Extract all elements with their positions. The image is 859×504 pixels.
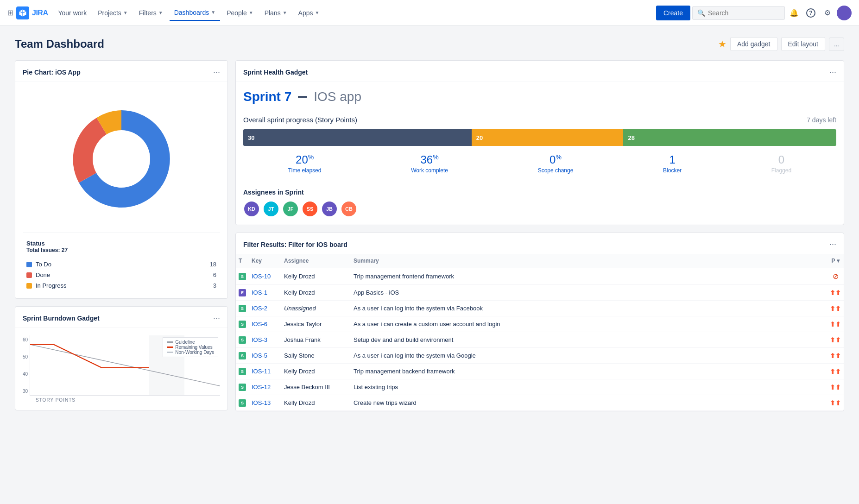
y-axis-label: STORY POINTS — [23, 397, 220, 403]
issue-key[interactable]: IOS-1 — [252, 289, 267, 296]
issue-type-story: S — [239, 352, 246, 359]
table-row[interactable]: S IOS-12 Jesse Beckom III List existing … — [236, 379, 844, 395]
brand-label: JIRA — [32, 9, 48, 17]
more-options-button[interactable]: ... — [829, 38, 844, 51]
highest-priority-icon: ⬆⬆ — [830, 399, 841, 407]
table-row[interactable]: E IOS-1 Kelly Drozd App Basics - iOS ⬆⬆ — [236, 285, 844, 301]
table-row[interactable]: S IOS-2 Unassigned As a user i can log i… — [236, 301, 844, 316]
legend-todo: To Do 18 — [26, 259, 216, 270]
table-row[interactable]: S IOS-5 Sally Stone As a user i can log … — [236, 348, 844, 364]
assignee-cell: Joshua Frank — [281, 332, 351, 348]
nav-logo[interactable]: ⊞ JIRA — [7, 6, 48, 19]
guideline-color — [167, 341, 173, 343]
filters-chevron: ▼ — [158, 10, 163, 15]
search-bar[interactable]: 🔍 — [692, 6, 785, 20]
nav-apps[interactable]: Apps ▼ — [294, 6, 324, 20]
summary-cell: Trip management frontend framework — [351, 268, 827, 285]
sprint-project: IOS app — [314, 89, 361, 104]
stat-time-value: 20% — [296, 153, 314, 166]
filter-results-menu-icon[interactable]: ··· — [829, 239, 836, 249]
settings-button[interactable]: ⚙ — [820, 6, 835, 20]
table-row[interactable]: S IOS-11 Kelly Drozd Trip management bac… — [236, 364, 844, 379]
apps-chevron: ▼ — [315, 10, 319, 15]
summary-cell: As a user i can create a custom user acc… — [351, 316, 827, 332]
highest-priority-icon: ⬆⬆ — [830, 305, 841, 312]
filter-table: T Key Assignee Summary P ▾ S IOS-10 — [236, 254, 844, 411]
avatar-6[interactable]: CB — [341, 201, 357, 217]
filter-results-card: Filter Results: Filter for IOS board ···… — [235, 233, 844, 411]
filter-table-wrapper: T Key Assignee Summary P ▾ S IOS-10 — [236, 254, 844, 411]
stat-blocker: 1 Blocker — [663, 153, 682, 174]
legend-status-title: Status — [26, 240, 216, 247]
issue-key[interactable]: IOS-2 — [252, 305, 267, 312]
nonworking-color — [167, 352, 173, 353]
burndown-legend: Guideline Remaining Values Non-Working D… — [163, 337, 218, 357]
issue-key[interactable]: IOS-5 — [252, 352, 267, 359]
jira-logo — [16, 6, 29, 19]
sprint-health-title: Sprint Health Gadget — [243, 69, 308, 76]
stat-work-value: 36% — [420, 153, 438, 166]
stats-row: 20% Time elapsed 36% Work complete 0% Sc… — [243, 153, 836, 174]
nav-your-work[interactable]: Your work — [53, 6, 91, 20]
issue-key[interactable]: IOS-10 — [252, 273, 271, 280]
sprint-health-menu-icon[interactable]: ··· — [829, 67, 836, 77]
burndown-body: 60 50 40 30 — [15, 328, 227, 410]
stat-flagged-value: 0 — [778, 153, 784, 166]
highest-priority-icon: ⬆⬆ — [830, 321, 841, 328]
page-content: Team Dashboard ★ Add gadget Edit layout … — [0, 26, 859, 422]
edit-layout-button[interactable]: Edit layout — [781, 37, 825, 51]
th-type: T — [236, 254, 249, 268]
nav-plans[interactable]: Plans ▼ — [260, 6, 292, 20]
create-button[interactable]: Create — [656, 6, 690, 20]
done-dot — [26, 272, 32, 278]
pie-chart-body: Status Total Issues: 27 To Do 18 — [15, 82, 227, 298]
issue-type-story: S — [239, 384, 246, 391]
nav-filters[interactable]: Filters ▼ — [134, 6, 168, 20]
days-left: 7 days left — [807, 116, 836, 124]
svg-point-0 — [93, 130, 150, 188]
plans-chevron: ▼ — [283, 10, 287, 15]
notifications-button[interactable]: 🔔 — [787, 6, 802, 20]
search-input[interactable] — [708, 9, 773, 17]
issue-type-story: S — [239, 399, 246, 407]
avatar-5[interactable]: JB — [321, 201, 338, 217]
table-row[interactable]: S IOS-10 Kelly Drozd Trip management fro… — [236, 268, 844, 285]
burndown-menu-icon[interactable]: ··· — [213, 313, 220, 323]
issue-type-story: S — [239, 321, 246, 328]
issue-key[interactable]: IOS-6 — [252, 321, 267, 328]
add-gadget-button[interactable]: Add gadget — [730, 37, 777, 51]
assignee-cell: Kelly Drozd — [281, 268, 351, 285]
stat-time-label: Time elapsed — [288, 167, 322, 174]
filter-results-title: Filter Results: Filter for IOS board — [243, 241, 347, 248]
avatar-1[interactable]: KD — [243, 201, 260, 217]
table-row[interactable]: S IOS-6 Jessica Taylor As a user i can c… — [236, 316, 844, 332]
summary-cell: Setup dev and and build environment — [351, 332, 827, 348]
stat-scope-change[interactable]: 0% Scope change — [538, 153, 574, 174]
help-button[interactable]: ? — [803, 6, 818, 20]
nav-dashboards[interactable]: Dashboards ▼ — [170, 5, 220, 21]
issue-key[interactable]: IOS-13 — [252, 399, 271, 406]
summary-cell: Create new trips wizard — [351, 395, 827, 411]
priority-cell: ⊘ — [827, 268, 844, 285]
avatar-2[interactable]: JT — [263, 201, 279, 217]
table-row[interactable]: S IOS-3 Joshua Frank Setup dev and and b… — [236, 332, 844, 348]
sprint-health-card: Sprint Health Gadget ··· Sprint 7 IOS ap… — [235, 60, 844, 225]
table-row[interactable]: S IOS-13 Kelly Drozd Create new trips wi… — [236, 395, 844, 411]
user-avatar[interactable] — [837, 6, 852, 20]
pie-chart-menu-icon[interactable]: ··· — [213, 67, 220, 77]
assignee-cell: Unassigned — [281, 301, 351, 316]
issue-key[interactable]: IOS-11 — [252, 368, 271, 375]
issue-key[interactable]: IOS-12 — [252, 384, 271, 391]
highest-priority-icon: ⬆⬆ — [830, 289, 841, 296]
avatar-4[interactable]: SS — [302, 201, 318, 217]
th-priority[interactable]: P ▾ — [827, 254, 844, 268]
left-column: Pie Chart: iOS App ··· — [15, 60, 228, 411]
legend-done: Done 6 — [26, 270, 216, 280]
avatar-3[interactable]: JF — [282, 201, 299, 217]
favorite-star-icon[interactable]: ★ — [718, 38, 726, 50]
issue-type-story: S — [239, 305, 246, 312]
issue-key[interactable]: IOS-3 — [252, 336, 267, 343]
nav-people[interactable]: People ▼ — [222, 6, 258, 20]
nav-projects[interactable]: Projects ▼ — [93, 6, 132, 20]
pie-chart-header: Pie Chart: iOS App ··· — [15, 61, 227, 82]
